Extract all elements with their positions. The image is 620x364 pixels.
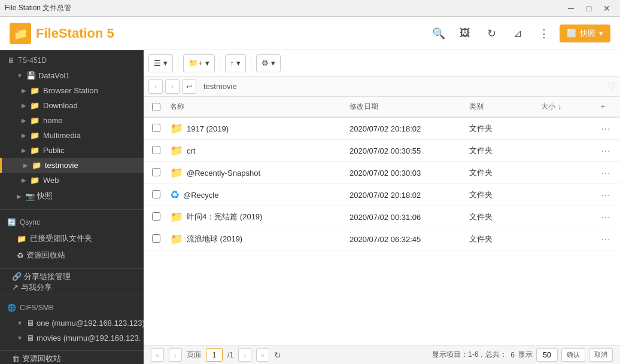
- minimize-button[interactable]: ─: [563, 2, 579, 15]
- table-row[interactable]: 📁 流浪地球 (2019) 2020/07/02 06:32:45 文件夹 ⋯: [144, 228, 620, 250]
- row-more-button[interactable]: ⋯: [601, 145, 610, 157]
- prev-page-button[interactable]: ‹: [169, 348, 182, 362]
- arrow-icon: ▶: [22, 177, 26, 183]
- sidebar-item-quickshot[interactable]: ▶ 📷 快照: [0, 188, 144, 204]
- row-checkbox[interactable]: [152, 124, 160, 132]
- next-page-button[interactable]: ›: [238, 348, 251, 362]
- header-size-label: 大小: [541, 102, 555, 112]
- new-folder-button[interactable]: 📁+ ▾: [183, 54, 215, 72]
- row-name-cell[interactable]: 📁 @Recently-Snapshot: [166, 162, 346, 183]
- sidebar-item-home[interactable]: ▶ 📁 home: [0, 113, 144, 128]
- table-row[interactable]: 📁 叶问4：完结篇 (2019) 2020/07/02 00:31:06 文件夹…: [144, 206, 620, 228]
- sidebar-item-recycle[interactable]: 🗑 资源回收站: [0, 353, 144, 364]
- row-checkbox[interactable]: [152, 234, 160, 243]
- photos-button[interactable]: 🖼: [454, 23, 476, 44]
- sidebar-item-share-link[interactable]: 🔗 分享链接管理: [0, 271, 144, 282]
- row-name-cell[interactable]: 📁 流浪地球 (2019): [166, 228, 346, 250]
- row-more-cell[interactable]: ⋯: [597, 163, 615, 183]
- filter-button[interactable]: ⊿: [507, 23, 528, 44]
- refresh-icon[interactable]: ↻: [274, 350, 281, 360]
- tools-button[interactable]: ⚙ ▾: [256, 54, 281, 72]
- upload-button[interactable]: ↑ ▾: [225, 54, 247, 72]
- row-checkbox[interactable]: [152, 212, 160, 221]
- list-view-button[interactable]: ☰ ▾: [148, 54, 173, 72]
- up-button[interactable]: ↩: [182, 79, 196, 94]
- row-more-cell[interactable]: ⋯: [597, 185, 615, 205]
- sidebar-item-browser-station[interactable]: ▶ 📁 Browser Station: [0, 83, 144, 98]
- row-name: 流浪地球 (2019): [187, 234, 242, 244]
- row-checkbox[interactable]: [152, 168, 160, 176]
- favorite-button[interactable]: ♡: [607, 81, 615, 92]
- quickview-icon: ⬜: [567, 29, 576, 38]
- page-input[interactable]: [206, 348, 223, 362]
- row-name-cell[interactable]: ♻ @Recycle: [166, 184, 346, 206]
- row-more-cell[interactable]: ⋯: [597, 207, 615, 227]
- row-modified: 2020/07/02 00:30:55: [349, 146, 421, 155]
- row-checkbox-cell[interactable]: [148, 186, 166, 204]
- sidebar-item-public[interactable]: ▶ 📁 Public: [0, 143, 144, 158]
- row-checkbox-cell[interactable]: [148, 208, 166, 227]
- header-add-cell[interactable]: +: [597, 97, 615, 117]
- sidebar-item-download[interactable]: ▶ 📁 Download: [0, 98, 144, 113]
- last-page-button[interactable]: »: [256, 348, 269, 362]
- search-button[interactable]: 🔍: [428, 23, 449, 44]
- sidebar-item-testmovie[interactable]: ▶ 📁 testmovie: [0, 158, 144, 173]
- row-checkbox-cell[interactable]: [148, 230, 166, 249]
- table-row[interactable]: 📁 1917 (2019) 2020/07/02 20:18:02 文件夹 ⋯: [144, 118, 620, 140]
- logo-text: FileStation 5: [36, 26, 114, 41]
- datavol-item[interactable]: ▼ 💾 DataVol1: [0, 68, 144, 83]
- forward-button[interactable]: ›: [165, 79, 180, 94]
- table-header: 名称 修改日期 类别 大小 ↓ +: [144, 97, 620, 118]
- sidebar-item-web[interactable]: ▶ 📁 Web: [0, 173, 144, 188]
- row-name-cell[interactable]: 📁 1917 (2019): [166, 118, 346, 139]
- close-button[interactable]: ✕: [598, 2, 615, 15]
- header-checkbox-cell[interactable]: [148, 97, 166, 117]
- header-modified-cell[interactable]: 修改日期: [346, 97, 466, 117]
- row-more-cell[interactable]: ⋯: [597, 141, 615, 161]
- sidebar-item-team-folders[interactable]: 📁 已接受团队文件夹: [0, 230, 144, 247]
- confirm-button[interactable]: 确认: [561, 348, 585, 362]
- quickview-button[interactable]: ⬜ 快照 ▾: [560, 25, 610, 42]
- row-checkbox-cell[interactable]: [148, 120, 166, 138]
- row-more-button[interactable]: ⋯: [601, 167, 610, 179]
- first-page-button[interactable]: «: [151, 348, 164, 362]
- row-more-cell[interactable]: ⋯: [597, 119, 615, 139]
- row-more-button[interactable]: ⋯: [601, 234, 610, 245]
- more-options-button[interactable]: ⋮: [533, 23, 555, 44]
- row-more-button[interactable]: ⋯: [601, 189, 610, 201]
- back-button[interactable]: ‹: [148, 79, 163, 94]
- new-folder-icon: 📁+: [189, 59, 203, 68]
- qsync-header[interactable]: 🔄 Qsync: [0, 215, 144, 230]
- header-type-cell[interactable]: 类别: [466, 97, 537, 117]
- header-size-cell[interactable]: 大小 ↓: [537, 97, 597, 117]
- status-right: 显示项目：1-6，总共： 6 显示 确认 取消: [432, 348, 613, 362]
- sidebar-item-shared-with-me[interactable]: ↗ 与我分享: [0, 282, 144, 293]
- row-checkbox-cell[interactable]: [148, 142, 166, 160]
- row-more-cell[interactable]: ⋯: [597, 230, 615, 249]
- table-row[interactable]: ♻ @Recycle 2020/07/02 20:18:02 文件夹 ⋯: [144, 184, 620, 206]
- header-modified-label: 修改日期: [349, 102, 378, 112]
- row-checkbox[interactable]: [152, 190, 160, 198]
- row-checkbox[interactable]: [152, 146, 160, 154]
- row-name-cell[interactable]: 📁 叶问4：完结篇 (2019): [166, 206, 346, 228]
- header-name-cell[interactable]: 名称: [166, 97, 346, 117]
- sidebar-item-one[interactable]: ▼ 🖥 one (mumu@192.168.123.123): [0, 316, 144, 331]
- sidebar-item-multimedia[interactable]: ▶ 📁 Multimedia: [0, 128, 144, 143]
- cancel-button[interactable]: 取消: [589, 348, 613, 362]
- refresh-button[interactable]: ↻: [481, 23, 502, 44]
- cifs-header[interactable]: 🌐 CIFS/SMB: [0, 300, 144, 316]
- divider4: [0, 350, 144, 351]
- table-row[interactable]: 📁 crt 2020/07/02 00:30:55 文件夹 ⋯: [144, 140, 620, 162]
- row-more-button[interactable]: ⋯: [601, 123, 610, 134]
- table-row[interactable]: 📁 @Recently-Snapshot 2020/07/02 00:30:03…: [144, 162, 620, 184]
- maximize-button[interactable]: □: [581, 2, 597, 15]
- row-more-button[interactable]: ⋯: [601, 212, 610, 223]
- nas-header[interactable]: 🖥 TS-451D: [0, 53, 144, 68]
- row-checkbox-cell[interactable]: [148, 164, 166, 182]
- row-name-cell[interactable]: 📁 crt: [166, 140, 346, 161]
- sidebar-item-movies[interactable]: ▼ 🖥 movies (mumu@192.168.123.: [0, 331, 144, 345]
- content-area: 🖥 TS-451D ▼ 💾 DataVol1 ▶ 📁 Browser Stati…: [0, 50, 620, 364]
- select-all-checkbox[interactable]: [152, 103, 160, 111]
- display-count-input[interactable]: [536, 348, 558, 362]
- sidebar-item-qsync-recycle[interactable]: ♻ 资源回收站: [0, 247, 144, 264]
